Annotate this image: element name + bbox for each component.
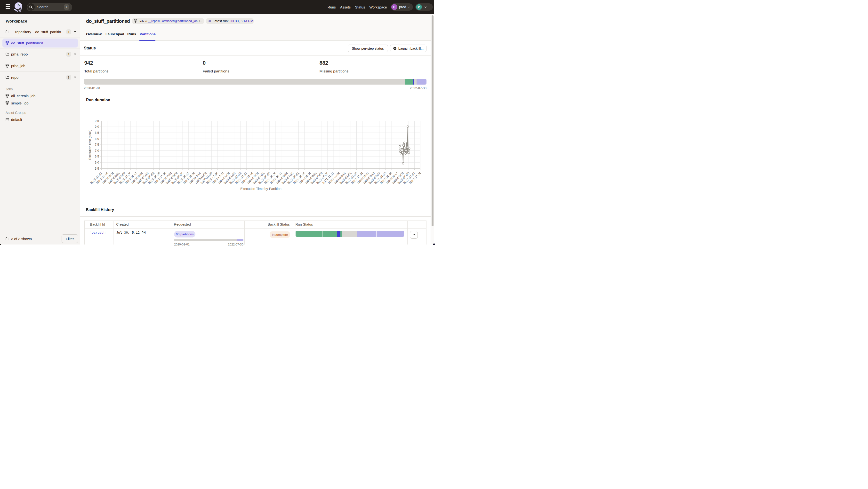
- svg-text:5.5: 5.5: [95, 167, 99, 170]
- svg-text:Execution Time by Partition: Execution Time by Partition: [240, 187, 281, 191]
- svg-text:9.0: 9.0: [95, 125, 99, 128]
- svg-text:9.5: 9.5: [95, 119, 99, 123]
- svg-text:7.5: 7.5: [95, 143, 99, 146]
- svg-text:6.0: 6.0: [95, 161, 99, 164]
- svg-text:8.0: 8.0: [95, 137, 99, 140]
- svg-text:8.5: 8.5: [95, 131, 99, 134]
- svg-text:6.5: 6.5: [95, 155, 99, 158]
- svg-text:7.0: 7.0: [95, 149, 99, 153]
- svg-text:Execution time (secs): Execution time (secs): [88, 130, 92, 160]
